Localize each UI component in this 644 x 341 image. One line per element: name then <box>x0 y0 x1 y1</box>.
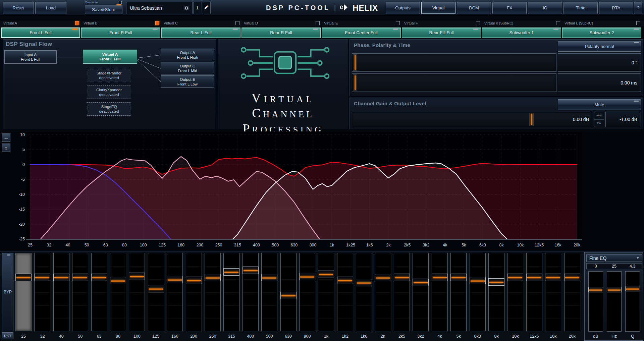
gain-slider[interactable]: 0.00 dB <box>352 112 592 127</box>
eq-band-handle-200[interactable] <box>186 277 202 284</box>
eq-band-handle-800[interactable] <box>299 273 315 280</box>
eq-band-slider-315[interactable] <box>223 253 239 331</box>
overwrite-checkbox[interactable] <box>118 1 122 4</box>
flow-node-input[interactable]: Input A Front L Full <box>4 50 57 64</box>
fine-eq-q-value[interactable]: 4.3 <box>623 264 642 269</box>
eq-band-handle-10k[interactable] <box>507 274 523 281</box>
eq-band-slider-500[interactable] <box>261 253 277 331</box>
eq-band-slider-2k[interactable] <box>375 253 391 331</box>
eq-band-handle-32[interactable] <box>34 274 50 281</box>
nav-button-rta[interactable]: RTA <box>599 2 633 14</box>
eq-band-handle-1k[interactable] <box>318 271 334 278</box>
eq-bypass-button[interactable]: BYP <box>2 253 13 331</box>
virtual-tab-checkbox[interactable] <box>235 21 239 25</box>
flow-node-stagexpander[interactable]: StageXPander deactivated <box>87 69 131 82</box>
nav-button-io[interactable]: IO <box>528 2 562 14</box>
eq-band-handle-20k[interactable] <box>564 274 580 281</box>
phase-degree-value[interactable]: 0 ° <box>558 53 641 72</box>
channel-button-subwoofer-1[interactable]: Subwoofer 1 <box>482 27 561 38</box>
nav-button-fx[interactable]: FX <box>492 2 527 14</box>
eq-band-slider-5k[interactable] <box>450 253 467 331</box>
eq-band-handle-400[interactable] <box>243 267 259 274</box>
fine-eq-dropdown[interactable]: Fine EQ ▼ <box>586 254 642 262</box>
eq-band-slider-63[interactable] <box>91 253 107 331</box>
eq-band-slider-3k2[interactable] <box>413 253 429 331</box>
eq-band-slider-200[interactable] <box>186 253 202 331</box>
eq-band-handle-63[interactable] <box>91 274 107 281</box>
response-plot[interactable]: 2532405063801001251602002503154005006308… <box>0 131 584 250</box>
eq-band-slider-250[interactable] <box>205 253 221 331</box>
fine-eq-q-handle[interactable] <box>625 286 640 291</box>
eq-band-handle-3k2[interactable] <box>413 279 429 286</box>
eq-band-handle-12k5[interactable] <box>526 274 542 281</box>
delay-slider[interactable] <box>352 73 556 92</box>
eq-band-handle-2k[interactable] <box>375 274 391 281</box>
eq-band-handle-2k5[interactable] <box>394 274 410 281</box>
nav-button-time[interactable]: Time <box>564 2 598 14</box>
gain-slider-handle[interactable] <box>529 113 534 126</box>
flow-node-output-a[interactable]: Output A Front L High <box>161 49 214 61</box>
mute-button[interactable]: Mute <box>558 99 641 110</box>
delay-slider-handle[interactable] <box>353 74 357 91</box>
fine-eq-gain-value[interactable]: 0 <box>587 264 605 269</box>
flow-node-stageeq[interactable]: StageEQ deactivated <box>87 102 131 116</box>
virtual-tab-4[interactable]: Virtual D <box>241 20 321 26</box>
channel-button-rear-fill-full[interactable]: Rear Fill Full <box>402 27 481 38</box>
channel-button-rear-l-full[interactable]: Rear L Full <box>161 27 240 38</box>
save-store-button[interactable]: Save&Store <box>85 5 122 14</box>
eq-band-handle-8k[interactable] <box>488 278 504 286</box>
eq-band-slider-6k3[interactable] <box>470 253 486 331</box>
eq-band-slider-50[interactable] <box>72 253 88 331</box>
eq-band-slider-40[interactable] <box>53 253 69 331</box>
eq-reset-button[interactable]: RST <box>2 332 13 339</box>
flow-node-output-e[interactable]: Output E Front L Low <box>161 75 214 88</box>
virtual-tab-5[interactable]: Virtual E <box>322 20 401 26</box>
virtual-tab-2[interactable]: Virtual B <box>81 20 161 26</box>
help-button[interactable]: ? <box>634 2 642 14</box>
eq-band-handle-25[interactable] <box>15 274 32 281</box>
gear-icon[interactable] <box>183 5 190 12</box>
eq-band-slider-160[interactable] <box>167 253 183 331</box>
eq-band-slider-800[interactable] <box>299 253 315 331</box>
eq-band-slider-12k5[interactable] <box>526 253 542 331</box>
virtual-tab-checkbox[interactable] <box>75 21 79 25</box>
virtual-tab-7[interactable]: Virtual K [SubRC] <box>482 20 561 26</box>
virtual-tab-checkbox[interactable] <box>155 21 159 25</box>
eq-band-slider-4k[interactable] <box>432 253 448 331</box>
virtual-tab-checkbox[interactable] <box>316 21 320 25</box>
eq-band-handle-315[interactable] <box>223 268 239 276</box>
flow-node-output-c[interactable]: Output C Front L Mid <box>161 62 214 74</box>
eq-band-handle-50[interactable] <box>72 274 88 281</box>
eq-band-handle-125[interactable] <box>148 285 164 292</box>
delay-ms-value[interactable]: 0.00 ms <box>558 73 641 92</box>
eq-band-slider-630[interactable] <box>280 253 297 331</box>
fine-eq-freq-value[interactable]: 25 <box>605 264 624 269</box>
eq-band-handle-160[interactable] <box>167 276 183 283</box>
channel-button-front-l-full[interactable]: Front L Full <box>1 27 80 38</box>
virtual-tab-6[interactable]: Virtual F <box>402 20 481 26</box>
polarity-button[interactable]: Polarity normal <box>558 41 641 52</box>
channel-button-front-center-full[interactable]: Front Center Full <box>322 27 401 38</box>
eq-band-handle-1k2[interactable] <box>337 277 353 284</box>
virtual-tab-1[interactable]: Virtual A <box>1 20 80 26</box>
eq-band-handle-100[interactable] <box>129 273 145 280</box>
nav-button-outputs[interactable]: Outputs <box>386 2 420 14</box>
virtual-tab-3[interactable]: Virtual C <box>161 20 241 26</box>
eq-band-slider-16k[interactable] <box>545 253 561 331</box>
fine-eq-gain-handle[interactable] <box>588 287 603 292</box>
eq-band-handle-80[interactable] <box>110 277 126 284</box>
channel-button-subwoofer-2[interactable]: Subwoofer 2 <box>562 27 641 38</box>
eq-band-slider-20k[interactable] <box>564 253 580 331</box>
virtual-tab-checkbox[interactable] <box>396 21 400 25</box>
eq-band-slider-32[interactable] <box>34 253 50 331</box>
eq-band-handle-5k[interactable] <box>450 274 467 281</box>
eq-band-handle-6k3[interactable] <box>470 277 486 284</box>
eq-band-handle-630[interactable] <box>280 292 297 299</box>
flow-node-clarityxpander[interactable]: ClarityXpander deactivated <box>87 86 131 99</box>
phase-slider[interactable] <box>352 53 556 72</box>
load-button[interactable]: Load <box>35 2 66 14</box>
virtual-tab-checkbox[interactable] <box>556 21 560 25</box>
eq-band-handle-1k6[interactable] <box>356 279 372 286</box>
preset-name-input[interactable]: Ultra Sebastian <box>126 2 193 14</box>
eq-band-slider-25[interactable] <box>15 253 32 331</box>
